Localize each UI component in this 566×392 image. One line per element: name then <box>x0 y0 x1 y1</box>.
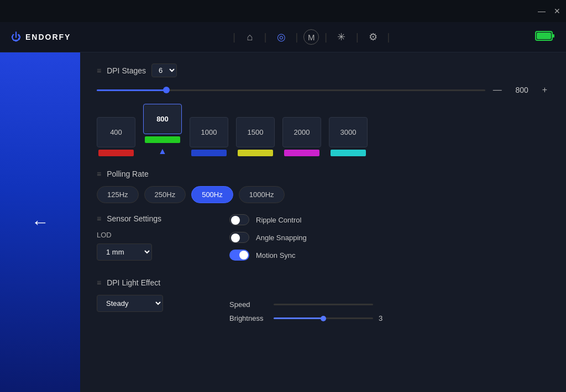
brightness-fill <box>274 317 323 319</box>
logo-icon: ⏻ <box>11 31 21 43</box>
speed-label: Speed <box>229 300 268 309</box>
back-button[interactable]: ← <box>27 209 54 236</box>
dpi-section-icon: ≡ <box>97 66 101 75</box>
sensor-section: ≡ Sensor Settings LOD 1 mm 2 mm 3 mm Rip… <box>97 214 549 267</box>
speed-row: Speed <box>229 300 549 309</box>
titlebar-controls: — ✕ <box>538 7 560 15</box>
logo-area: ⏻ ENDORFY <box>11 31 71 43</box>
dpi-card-value-4: 1500 <box>248 128 264 136</box>
polling-rate-icon: ≡ <box>97 169 101 178</box>
navbar: ⏻ ENDORFY | ⌂ | ◎ | M | ✳ | ⚙ | <box>0 22 566 52</box>
dpi-slider-track[interactable] <box>97 89 485 91</box>
nav-sep-5: | <box>356 31 359 43</box>
light-effect-select[interactable]: Steady Breathing Color Cycle Off <box>97 295 163 312</box>
dpi-card-color-1 <box>98 150 134 156</box>
dpi-card-value-1: 400 <box>110 128 122 136</box>
motion-sync-label: Motion Sync <box>256 251 296 259</box>
brightness-label: Brightness <box>229 314 268 322</box>
nav-light-icon[interactable]: ✳ <box>333 28 350 46</box>
dpi-slider-fill <box>97 89 166 91</box>
light-effect-header: ≡ DPI Light Effect <box>97 278 549 287</box>
nav-sep-3: | <box>296 31 298 43</box>
angle-snapping-knob <box>231 234 240 242</box>
poll-250hz-button[interactable]: 250Hz <box>144 186 186 203</box>
dpi-card-color-2 <box>145 136 180 143</box>
dpi-card-1[interactable]: 400 <box>97 117 135 156</box>
dpi-slider-value: 800 <box>510 86 534 94</box>
main-content: ≡ DPI Stages 6 1 2 3 4 5 — 800 + <box>80 52 566 392</box>
dpi-plus-button[interactable]: + <box>540 85 549 95</box>
dpi-card-value-6: 3000 <box>340 128 357 136</box>
minimize-button[interactable]: — <box>538 7 546 15</box>
battery-icon <box>535 30 555 44</box>
dpi-card-6[interactable]: 3000 <box>329 117 368 156</box>
ripple-control-row: Ripple Control <box>229 214 549 225</box>
dpi-minus-button[interactable]: — <box>491 85 504 95</box>
nav-sep-6: | <box>387 31 390 43</box>
lod-select[interactable]: 1 mm 2 mm 3 mm <box>97 243 152 261</box>
svg-rect-2 <box>537 33 551 39</box>
sensor-settings-title: Sensor Settings <box>107 214 161 223</box>
speed-track[interactable] <box>274 304 373 305</box>
angle-snapping-toggle[interactable] <box>229 232 249 243</box>
dpi-card-5[interactable]: 2000 <box>282 117 321 156</box>
dpi-card-color-4 <box>238 150 273 156</box>
dpi-slider-thumb[interactable] <box>163 87 170 93</box>
dpi-card-box-2: 800 <box>143 104 182 134</box>
motion-sync-row: Motion Sync <box>229 250 549 261</box>
dpi-stages-label: DPI Stages <box>107 66 146 75</box>
light-effect-section: ≡ DPI Light Effect Steady Breathing Colo… <box>97 278 549 322</box>
dpi-section: ≡ DPI Stages 6 1 2 3 4 5 — 800 + <box>97 63 549 156</box>
nav-items: | ⌂ | ◎ | M | ✳ | ⚙ | <box>87 28 535 46</box>
sensor-settings-header: ≡ Sensor Settings <box>97 214 207 223</box>
light-effect-right: Speed Brightness 3 <box>229 295 549 322</box>
dpi-card-box-6: 3000 <box>329 117 368 147</box>
light-effect-left: Steady Breathing Color Cycle Off <box>97 295 207 312</box>
nav-home-icon[interactable]: ⌂ <box>241 28 259 46</box>
dpi-card-color-3 <box>191 150 227 156</box>
nav-settings-icon[interactable]: ⚙ <box>364 28 382 46</box>
sensor-row: ≡ Sensor Settings LOD 1 mm 2 mm 3 mm Rip… <box>97 214 549 267</box>
poll-125hz-button[interactable]: 125Hz <box>97 186 139 203</box>
polling-rate-section: ≡ Polling Rate 125Hz 250Hz 500Hz 1000Hz <box>97 169 549 203</box>
dpi-card-value-3: 1000 <box>201 128 217 136</box>
sensor-left: ≡ Sensor Settings LOD 1 mm 2 mm 3 mm <box>97 214 207 267</box>
motion-sync-toggle[interactable] <box>229 250 249 261</box>
polling-rate-title: Polling Rate <box>107 169 149 178</box>
dpi-card-color-6 <box>331 150 366 156</box>
back-icon: ← <box>32 212 49 232</box>
dpi-card-value-5: 2000 <box>294 128 310 136</box>
dpi-slider-row: — 800 + <box>97 85 549 95</box>
close-button[interactable]: ✕ <box>554 7 560 15</box>
dpi-card-2[interactable]: 800 ▲ <box>143 104 182 156</box>
dpi-card-box-4: 1500 <box>236 117 275 147</box>
brightness-thumb[interactable] <box>321 316 326 321</box>
dpi-stages-row: ≡ DPI Stages 6 1 2 3 4 5 <box>97 63 549 77</box>
nav-sep-1: | <box>233 31 235 43</box>
dpi-active-arrow: ▲ <box>158 146 167 156</box>
dpi-card-box-3: 1000 <box>190 117 228 147</box>
ripple-control-knob <box>231 216 240 225</box>
light-effect-row: Steady Breathing Color Cycle Off Speed B… <box>97 295 549 322</box>
polling-rate-header: ≡ Polling Rate <box>97 169 549 178</box>
titlebar: — ✕ <box>0 0 566 22</box>
sidebar: ← <box>0 52 80 392</box>
dpi-card-box-5: 2000 <box>282 117 321 147</box>
light-effect-icon: ≡ <box>97 278 101 287</box>
dpi-card-4[interactable]: 1500 <box>236 117 275 156</box>
brightness-track[interactable] <box>274 317 373 319</box>
dpi-stages-select[interactable]: 6 1 2 3 4 5 <box>151 63 177 77</box>
dpi-card-3[interactable]: 1000 <box>190 117 228 156</box>
ripple-control-toggle[interactable] <box>229 214 249 225</box>
polling-rate-buttons: 125Hz 250Hz 500Hz 1000Hz <box>97 186 549 203</box>
nav-crosshair-icon[interactable]: ◎ <box>272 28 290 46</box>
nav-sep-4: | <box>324 31 327 43</box>
poll-500hz-button[interactable]: 500Hz <box>191 186 233 203</box>
sensor-settings-icon: ≡ <box>97 214 101 223</box>
nav-mode-icon[interactable]: M <box>303 29 319 45</box>
dpi-card-value-2: 800 <box>156 115 169 123</box>
poll-1000hz-button[interactable]: 1000Hz <box>239 186 285 203</box>
motion-sync-knob <box>239 251 248 259</box>
dpi-cards: 400 800 ▲ 1000 150 <box>97 104 549 156</box>
angle-snapping-label: Angle Snapping <box>256 234 307 242</box>
